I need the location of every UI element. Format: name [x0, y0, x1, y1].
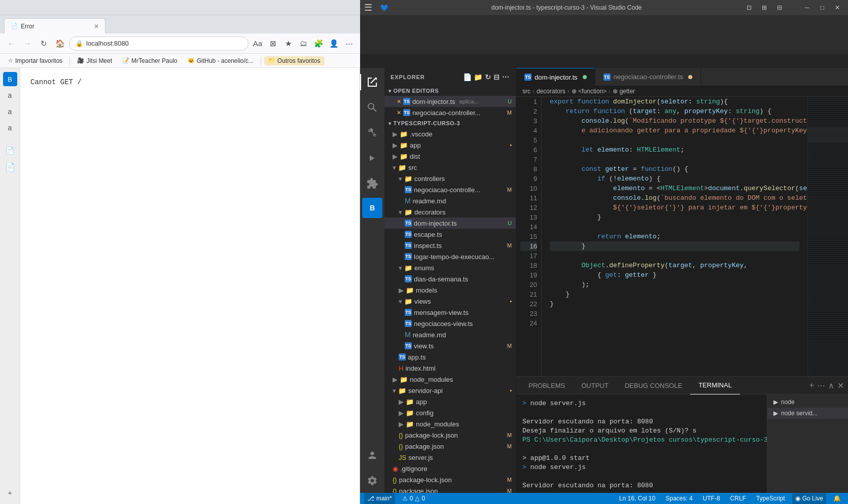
file-server-js[interactable]: JS server.js — [384, 452, 516, 463]
terminal-tab-terminal[interactable]: TERMINAL — [690, 377, 740, 394]
folder-models[interactable]: ▶ 📁 models — [384, 284, 516, 296]
file-escape[interactable]: TS escape.ts — [384, 229, 516, 240]
status-spaces[interactable]: Spaces: 4 — [662, 493, 695, 504]
status-crlf[interactable]: CRLF — [727, 493, 749, 504]
status-language[interactable]: TypeScript — [753, 493, 788, 504]
browser-sidebar-tab2[interactable]: a — [3, 104, 17, 119]
file-gitignore[interactable]: ◉ .gitignore — [384, 463, 516, 474]
immersive-reader-button[interactable]: ⊠ — [266, 37, 280, 51]
collections-button[interactable]: 🗂 — [296, 37, 310, 51]
activity-explorer[interactable] — [360, 70, 384, 94]
bookmark-mrteacher[interactable]: 📝 MrTeacher Paulo — [118, 56, 182, 65]
terminal-tab-problems[interactable]: PROBLEMS — [520, 377, 573, 394]
term-instance-node1[interactable]: ▶ node — [767, 397, 848, 408]
status-ln-col[interactable]: Ln 16, Col 10 — [616, 493, 658, 504]
browser-sidebar-tab3[interactable]: a — [3, 121, 17, 135]
customize-icon[interactable]: ⊟ — [773, 3, 786, 13]
terminal-add-icon[interactable]: + — [809, 381, 814, 390]
file-negociacao-controller[interactable]: TS negociacao-controlle... — [384, 184, 516, 195]
folder-enums[interactable]: ▾ 📁 enums — [384, 262, 516, 273]
close-button[interactable]: ✕ — [831, 3, 844, 13]
bookmark-github[interactable]: 🐱 GitHub - acenelio/c... — [184, 56, 258, 65]
minimize-button[interactable]: ─ — [800, 3, 814, 13]
file-view[interactable]: TS view.ts — [384, 340, 516, 351]
file-readme-views[interactable]: M readme.md — [384, 329, 516, 340]
open-editors-section[interactable]: ▾ OPEN EDITORS — [384, 86, 516, 96]
favorites-button[interactable]: ★ — [281, 37, 295, 51]
new-folder-icon[interactable]: 📁 — [474, 73, 483, 81]
file-index-html[interactable]: H index.html — [384, 363, 516, 374]
status-encoding[interactable]: UTF-8 — [700, 493, 723, 504]
terminal-more-icon[interactable]: ⋯ — [817, 381, 825, 390]
folder-controllers[interactable]: ▾ 📁 controllers — [384, 173, 516, 184]
terminal-content[interactable]: > node server.js Servidor escutando na p… — [516, 394, 767, 493]
file-dom-injector[interactable]: TS dom-injector.ts — [384, 218, 516, 229]
activity-avatar[interactable] — [360, 443, 384, 467]
file-pkg-root[interactable]: {} package.json — [384, 485, 516, 493]
file-negociacoes-view[interactable]: TS negociacoes-view.ts — [384, 318, 516, 329]
file-pkg-lock-srv[interactable]: {} package-lock.json — [384, 429, 516, 441]
tab-close-btn[interactable]: ✕ — [94, 23, 99, 30]
reader-mode-button[interactable]: Aa — [251, 37, 265, 51]
bing-ai-button[interactable]: B — [3, 72, 17, 86]
activity-source-control[interactable] — [360, 121, 384, 145]
bc-src[interactable]: src — [522, 88, 531, 95]
layout-icon[interactable]: ⊡ — [743, 3, 756, 13]
file-pkg-lock-root[interactable]: {} package-lock.json — [384, 474, 516, 485]
home-button[interactable]: 🏠 — [53, 37, 67, 51]
folder-dist[interactable]: ▶ 📁 dist — [384, 151, 516, 162]
file-inspect[interactable]: TS inspect.ts — [384, 240, 516, 251]
close-file-icon[interactable]: ✕ — [397, 98, 401, 105]
status-branch[interactable]: ⎇ main* — [364, 493, 395, 504]
refresh-icon[interactable]: ↻ — [485, 73, 491, 81]
folder-servidor-api[interactable]: ▾ 📁 servidor-api • — [384, 385, 516, 396]
activity-search[interactable] — [360, 95, 384, 120]
activity-extensions[interactable] — [360, 171, 384, 196]
folder-vscode[interactable]: ▶ 📁 .vscode — [384, 128, 516, 139]
browser-sidebar-tab5[interactable]: 📄 — [3, 160, 17, 174]
bookmark-outros[interactable]: 📁 Outros favoritos — [264, 56, 325, 65]
reload-button[interactable]: ↻ — [37, 37, 51, 51]
browser-sidebar-tab1[interactable]: a — [3, 88, 17, 102]
file-logar-tempo[interactable]: TS logar-tempo-de-execucao... — [384, 251, 516, 262]
terminal-tab-debug[interactable]: DEBUG CONSOLE — [617, 377, 690, 394]
status-notification[interactable]: 🔔 — [830, 493, 844, 504]
new-file-icon[interactable]: 📄 — [463, 73, 472, 81]
forward-button[interactable]: → — [20, 37, 34, 51]
code-content[interactable]: export function domInjector(seletor: str… — [542, 97, 807, 376]
close-file-icon-2[interactable]: ✕ — [397, 110, 401, 116]
bc-decorators[interactable]: decorators — [537, 88, 566, 95]
more-button[interactable]: ⋯ — [342, 37, 356, 51]
folder-views[interactable]: ▾ 📁 views • — [384, 296, 516, 307]
open-file-negociacao[interactable]: ✕ TS negociacao-controller... — [384, 107, 516, 118]
back-button[interactable]: ← — [4, 37, 18, 51]
editor-tab-negociacao[interactable]: TS negociacao-controller.ts — [595, 68, 701, 86]
more-actions-icon[interactable]: ⋯ — [502, 73, 510, 81]
address-bar[interactable]: 🔒 localhost:8080 — [69, 37, 249, 51]
editor-tab-dom-injector[interactable]: TS dom-injector.ts — [516, 68, 595, 86]
folder-decorators[interactable]: ▾ 📁 decorators — [384, 206, 516, 218]
file-readme-controllers[interactable]: M readme.md — [384, 195, 516, 206]
terminal-close-icon[interactable]: ✕ — [837, 381, 844, 390]
folder-node-modules[interactable]: ▶ 📁 node_modules — [384, 374, 516, 385]
folder-src[interactable]: ▾ 📁 src — [384, 162, 516, 173]
file-pkg-srv[interactable]: {} package.json — [384, 441, 516, 452]
folder-config[interactable]: ▶ 📁 config — [384, 407, 516, 418]
folder-srv-node-modules[interactable]: ▶ 📁 node_modules — [384, 418, 516, 429]
file-mensagem-view[interactable]: TS mensagem-view.ts — [384, 307, 516, 318]
browser-sidebar-tab4[interactable]: 📄 — [3, 143, 17, 158]
project-section[interactable]: ▾ TYPESCRIPT-CURSO-3 — [384, 118, 516, 128]
extensions-button[interactable]: 🧩 — [311, 37, 326, 51]
profile-button[interactable]: 👤 — [327, 37, 341, 51]
bookmark-importar[interactable]: ☆ Importar favoritos — [4, 56, 66, 65]
term-instance-node2[interactable]: ▶ node servid... — [767, 408, 848, 419]
open-file-dom-injector[interactable]: ✕ TS dom-injector.ts aplica... — [384, 96, 516, 107]
split-icon[interactable]: ⊞ — [758, 3, 771, 13]
terminal-up-icon[interactable]: ∧ — [828, 381, 834, 390]
bc-getter[interactable]: ⊕ getter — [613, 88, 635, 95]
activity-settings[interactable] — [360, 469, 384, 493]
activity-ai[interactable]: B — [362, 198, 382, 218]
browser-sidebar-add[interactable]: + — [3, 486, 17, 500]
file-app-ts[interactable]: TS app.ts — [384, 351, 516, 363]
maximize-button[interactable]: □ — [816, 3, 829, 13]
